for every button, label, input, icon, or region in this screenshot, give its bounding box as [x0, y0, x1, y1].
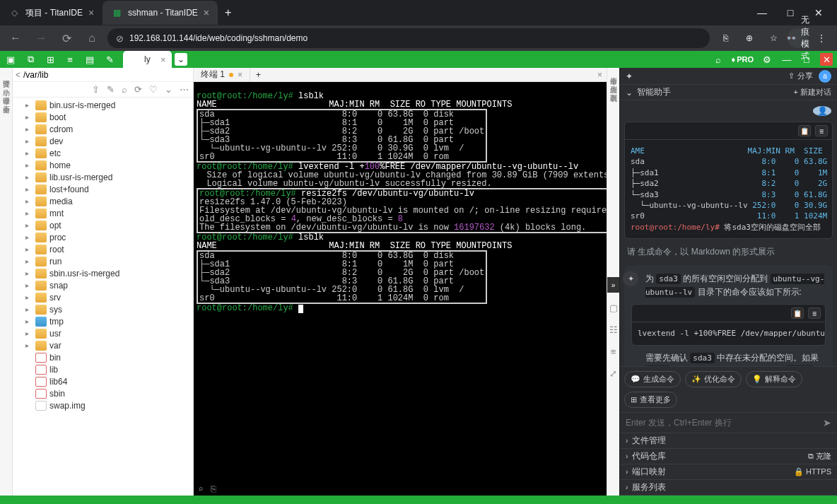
new-tab-button[interactable]: + [218, 6, 238, 19]
tab-close-icon[interactable]: × [88, 7, 94, 18]
tree-caret-icon[interactable]: ▸ [25, 137, 33, 145]
filetree-toolbar-icon[interactable]: ✎ [107, 84, 115, 95]
tree-item[interactable]: ▸bin.usr-is-merged [13, 99, 193, 111]
ide-toolbar-icon[interactable]: ✎ [103, 53, 116, 66]
tree-caret-icon[interactable]: ▸ [25, 173, 33, 181]
ide-tab-close[interactable]: × [160, 54, 166, 65]
chat-input[interactable] [626, 418, 823, 428]
assistant-action-button[interactable]: 💡解释命令 [746, 371, 802, 387]
tree-item[interactable]: lib64 [13, 375, 193, 387]
tree-caret-icon[interactable]: ▸ [25, 257, 33, 265]
tree-caret-icon[interactable]: ▸ [25, 197, 33, 205]
back-button[interactable]: ← [6, 28, 25, 48]
tree-item[interactable]: bin [13, 351, 193, 363]
ide-minimize-button[interactable]: — [780, 53, 793, 66]
search-icon[interactable]: ⌕ [712, 53, 725, 66]
tree-item[interactable]: ▸media [13, 195, 193, 207]
tree-item[interactable]: ▸lost+found [13, 183, 193, 195]
tree-caret-icon[interactable]: ▸ [25, 101, 33, 109]
ide-maximize-button[interactable]: □ [800, 53, 813, 66]
tree-item[interactable]: ▸etc [13, 147, 193, 159]
filetree-toolbar-icon[interactable]: ⌄ [165, 84, 172, 95]
accordion-right-label[interactable]: 🔒 HTTPS [794, 467, 831, 476]
tree-caret-icon[interactable]: ▸ [25, 125, 33, 133]
ide-close-button[interactable]: ✕ [820, 53, 833, 66]
assistant-action-button[interactable]: ⊞查看更多 [624, 392, 677, 408]
tree-caret-icon[interactable]: ▸ [25, 161, 33, 169]
expand-sidebar-button[interactable]: » [607, 277, 620, 293]
chat-body[interactable]: 👤 📋 ≣ AME MAJ:MIN RM SIZE sda 8:0 0 63.8… [620, 100, 837, 366]
tab-dropdown-button[interactable]: ⌄ [175, 53, 187, 66]
tree-item[interactable]: ▸proc [13, 231, 193, 243]
terminal-add-button[interactable]: + [250, 70, 267, 80]
right-strip-tool-icon[interactable]: ≡ [611, 346, 616, 357]
terminal[interactable]: root@root:/home/ly# lsblk NAME MAJ:MIN R… [194, 82, 607, 496]
tree-caret-icon[interactable]: ▸ [25, 341, 33, 349]
tree-item[interactable]: swap.img [13, 399, 193, 411]
accordion-item[interactable]: ›端口映射🔒 HTTPS [620, 464, 837, 480]
filetree-toolbar-icon[interactable]: ⌕ [122, 84, 127, 95]
tab-close-icon[interactable]: × [204, 7, 209, 18]
format-code-button[interactable]: ≣ [808, 307, 821, 319]
filetree-toolbar-icon[interactable]: ⟳ [134, 84, 142, 95]
new-chat-button[interactable]: + 新建对话 [794, 87, 831, 98]
browser-tab[interactable]: ◇项目 - TitanIDE× [0, 1, 103, 25]
tree-caret-icon[interactable]: ▸ [25, 185, 33, 193]
pro-badge[interactable]: PRO [732, 55, 754, 64]
tree-item[interactable]: ▸sbin.usr-is-merged [13, 267, 193, 279]
tree-item[interactable]: ▸run [13, 255, 193, 267]
tree-caret-icon[interactable]: ▸ [25, 269, 33, 277]
tree-caret-icon[interactable]: ▸ [25, 149, 33, 157]
reload-button[interactable]: ⟳ [57, 28, 76, 48]
tree-item[interactable]: ▸dev [13, 135, 193, 147]
tree-caret-icon[interactable]: ▸ [25, 281, 33, 289]
window-maximize-button[interactable]: □ [779, 3, 802, 23]
tree-item[interactable]: ▸lib.usr-is-merged [13, 171, 193, 183]
tree-item[interactable]: lib [13, 363, 193, 375]
accordion-item[interactable]: ›代码仓库⧉ 克隆 [620, 449, 837, 464]
terminal-close-all[interactable]: × [593, 70, 607, 80]
tree-caret-icon[interactable]: ▸ [25, 329, 33, 337]
tree-item[interactable]: ▸opt [13, 219, 193, 231]
path-input[interactable] [23, 70, 190, 80]
incognito-badge[interactable]: 👓 无痕模式 [788, 28, 807, 48]
accordion-item[interactable]: ›文件管理 [620, 433, 837, 449]
tree-item[interactable]: sbin [13, 387, 193, 399]
ide-toolbar-icon[interactable]: ▣ [4, 53, 17, 66]
assistant-action-button[interactable]: 💬生成命令 [624, 371, 681, 387]
share-button[interactable]: ⇪分享 [788, 71, 813, 81]
tree-caret-icon[interactable]: ▸ [25, 221, 33, 229]
forward-button[interactable]: → [31, 28, 51, 48]
home-button[interactable]: ⌂ [82, 28, 102, 48]
terminal-tab-close[interactable]: × [238, 70, 242, 80]
tree-item[interactable]: ▸var [13, 339, 193, 351]
tree-caret-icon[interactable]: ▸ [25, 245, 33, 253]
tree-caret-icon[interactable]: ▸ [25, 113, 33, 121]
filetree-toolbar-icon[interactable]: ⇧ [92, 84, 100, 95]
tree-caret-icon[interactable]: ▸ [25, 317, 33, 325]
file-tree[interactable]: ▸bin.usr-is-merged▸boot▸cdrom▸dev▸etc▸ho… [13, 98, 193, 496]
tree-caret-icon[interactable]: ▸ [25, 305, 33, 313]
ide-toolbar-icon[interactable]: ▤ [83, 53, 96, 66]
ide-toolbar-icon[interactable]: ⧉ [24, 53, 37, 66]
tree-item[interactable]: ▸root [13, 243, 193, 255]
terminal-copy-icon[interactable]: ⎘ [211, 485, 216, 494]
path-back-button[interactable]: < [16, 70, 21, 80]
copy-code-button[interactable]: 📋 [798, 125, 811, 136]
accordion-right-label[interactable]: ⧉ 克隆 [808, 451, 831, 462]
tree-item[interactable]: ▸usr [13, 327, 193, 339]
window-close-button[interactable]: ✕ [807, 3, 830, 23]
tree-caret-icon[interactable]: ▸ [25, 233, 33, 241]
tree-item[interactable]: ▸sys [13, 303, 193, 315]
right-strip-tool-icon[interactable]: ⤢ [609, 368, 617, 379]
window-minimize-button[interactable]: — [751, 3, 773, 23]
terminal-search-icon[interactable]: ⌕ [198, 485, 204, 494]
tree-item[interactable]: ▸mnt [13, 207, 193, 219]
install-icon[interactable]: ⎘ [715, 28, 735, 48]
filetree-toolbar-icon[interactable]: ⋯ [180, 84, 189, 95]
bookmark-icon[interactable]: ☆ [763, 28, 783, 48]
browser-tab[interactable]: ▩sshman - TitanIDE× [103, 1, 218, 25]
address-bar[interactable]: ⊘ 192.168.101.144/ide/web/coding/sshman/… [107, 28, 710, 48]
copy-code-button[interactable]: 📋 [791, 307, 804, 319]
ide-tab-active[interactable]: ly × [123, 51, 172, 68]
